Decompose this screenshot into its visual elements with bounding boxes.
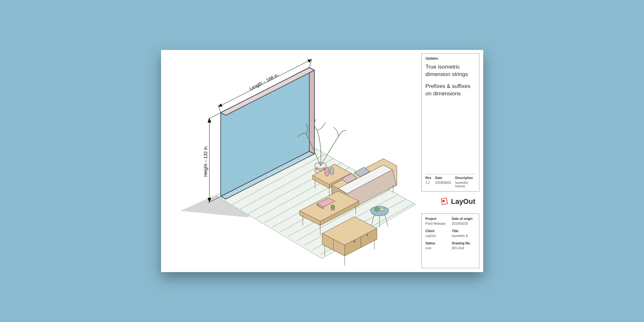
isometric-scene: Length – 168 in. Height – 132 in. (171, 50, 416, 272)
title-cell: Title Isometric A (452, 229, 475, 238)
rev-label: Rev (426, 176, 431, 180)
dimension-height: Height – 132 in. (203, 113, 221, 203)
rev-value: 1.2 (426, 181, 431, 185)
project-cell: Project Point Release (426, 217, 449, 225)
updates-block: Updates True isometric dimension strings… (421, 53, 479, 192)
desc-label: Description (455, 176, 475, 180)
desc-cell: Description Isometric Interior (455, 176, 475, 188)
date-cell: Date 2019/06/01 (435, 176, 451, 188)
svg-point-41 (325, 167, 329, 176)
drawing-label: Drawing No. (452, 242, 475, 245)
client-value: LayOut (426, 234, 449, 238)
svg-marker-25 (308, 60, 311, 62)
date-label: Date (435, 176, 451, 180)
status-cell: Status Live (426, 242, 449, 250)
info-block: Project Point Release Date of origin 201… (421, 213, 479, 268)
desc-value: Isometric Interior (455, 181, 475, 188)
client-cell: Client LayOut (426, 229, 449, 238)
updates-header: Updates (426, 57, 475, 60)
origin-label: Date of origin (452, 217, 475, 221)
dimension-height-text: Height – 132 in. (203, 145, 208, 177)
svg-rect-67 (380, 208, 384, 210)
svg-point-66 (375, 207, 379, 212)
svg-rect-1 (442, 200, 445, 202)
svg-point-76 (354, 241, 355, 242)
client-label: Client (426, 229, 449, 233)
svg-point-77 (367, 234, 368, 236)
status-label: Status (426, 242, 449, 245)
feature-1: True isometric dimension strings (426, 63, 475, 78)
layout-icon (440, 197, 448, 206)
svg-line-27 (208, 113, 221, 119)
svg-point-61 (331, 205, 335, 209)
title-value: Isometric A (452, 234, 475, 238)
status-value: Live (426, 246, 449, 250)
rev-cell: Rev 1.2 (426, 176, 431, 188)
svg-point-62 (370, 206, 389, 216)
svg-point-42 (330, 167, 334, 175)
project-label: Project (426, 217, 449, 221)
drawing-value: 001-01A (452, 246, 475, 250)
drawing-sheet: Updates True isometric dimension strings… (161, 50, 483, 272)
feature-2: Prefixes & suffixes on dimensions (426, 83, 475, 98)
origin-cell: Date of origin 2019/03/20 (452, 217, 475, 225)
origin-value: 2019/03/20 (452, 222, 475, 225)
date-value: 2019/06/01 (435, 181, 451, 185)
svg-marker-24 (219, 104, 222, 107)
layout-logo: LayOut (440, 197, 476, 206)
project-value: Point Release (426, 222, 449, 225)
svg-marker-18 (309, 68, 314, 154)
title-label: Title (452, 229, 475, 233)
revision-row: Rev 1.2 Date 2019/06/01 Description Isom… (426, 174, 475, 188)
drawing-cell: Drawing No. 001-01A (452, 242, 475, 250)
layout-logo-text: LayOut (451, 197, 476, 206)
